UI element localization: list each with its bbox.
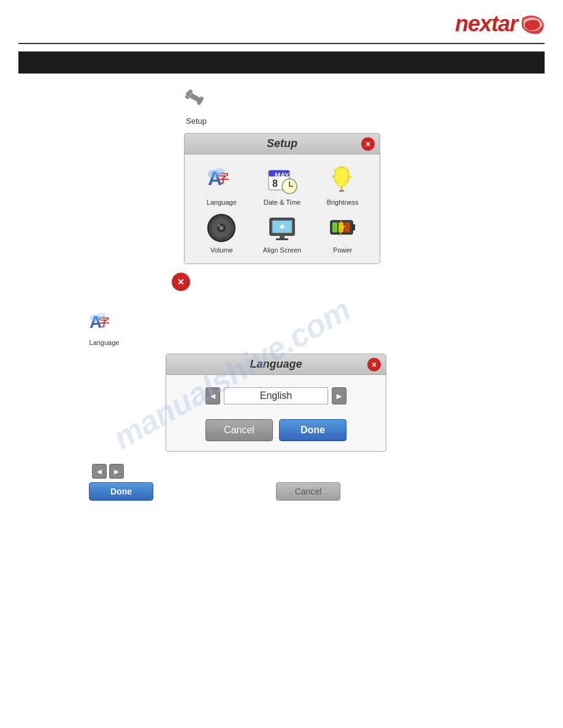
wrench-icon [177,81,215,119]
bottom-next-button[interactable]: ► [109,464,124,479]
language-standalone-icon: A 字 [88,309,120,336]
brightness-icon-label: Brightness [327,199,359,206]
current-language-text: English [260,390,292,401]
power-icon-label: Power [333,246,352,254]
bottom-prev-button[interactable]: ◄ [92,464,107,479]
header: nextar [0,0,563,43]
setup-icon-area[interactable]: Setup [172,86,221,126]
language-close-button[interactable]: × [367,358,381,371]
language-next-button[interactable]: ► [332,387,347,404]
svg-rect-18 [339,190,344,192]
svg-point-44 [98,313,106,319]
alignscreen-icon-label: Align Screen [263,246,301,254]
svg-rect-31 [280,236,285,238]
bottom-nav: ◄ ► [92,464,563,479]
volume-icon-label: Volume [210,246,233,254]
language-prev-button[interactable]: ◄ [205,387,220,404]
svg-line-22 [334,169,336,171]
language-icon-item[interactable]: A 字 Language [199,164,245,206]
alignscreen-icon [266,212,298,244]
language-dialog-titlebar: Language × [166,354,386,375]
setup-top-label: Setup [186,116,207,126]
language-dialog-actions: Cancel Done [166,411,386,451]
setup-dialog-title: Setup [267,137,297,150]
language-dialog: Language × ◄ English ► Cancel Done [166,354,386,452]
language-selector: ◄ English ► [166,375,386,411]
brightness-icon [327,164,359,196]
logo-text: nextar [455,11,518,37]
bottom-cancel-button[interactable]: Cancel [276,482,340,501]
svg-point-28 [218,224,220,227]
brightness-icon-item[interactable]: Brightness [320,164,366,206]
svg-point-27 [220,226,223,230]
nextar-logo: nextar [455,11,545,37]
language-cancel-button[interactable]: Cancel [205,419,273,441]
bottom-buttons: Done Cancel [89,482,563,501]
wrench-svg [177,81,212,115]
setup-close-button[interactable]: × [361,137,375,151]
language-icon-label: Language [207,199,237,206]
power-icon-item[interactable]: Power [320,212,366,254]
svg-text:8: 8 [272,178,278,189]
svg-line-20 [347,169,349,171]
svg-point-7 [215,168,225,175]
language-standalone-area[interactable]: A 字 Language [80,309,129,346]
power-icon [327,212,359,244]
language-done-button[interactable]: Done [279,419,347,441]
language-standalone-label: Language [90,339,120,346]
datetime-icon-item[interactable]: MAY 8 Date & Time [259,164,305,206]
alignscreen-icon-item[interactable]: Align Screen [259,212,305,254]
language-icon: A 字 [205,164,237,196]
language-display: English [224,387,328,404]
header-divider [18,43,545,44]
svg-rect-36 [353,224,355,230]
setup-dialog: Setup × A 字 Language MAY 8 [184,133,380,264]
dark-banner [18,51,545,74]
svg-rect-39 [345,222,350,232]
svg-rect-32 [276,238,288,240]
datetime-icon-label: Date & Time [264,199,301,206]
volume-icon [205,212,237,244]
bottom-done-button[interactable]: Done [89,482,153,501]
logo-swoosh-icon [520,13,545,35]
volume-icon-item[interactable]: Volume [199,212,245,254]
datetime-icon: MAY 8 [266,164,298,196]
setup-dialog-titlebar: Setup × [185,134,380,154]
language-dialog-title: Language [250,358,302,371]
svg-rect-37 [332,222,337,232]
standalone-close-button[interactable]: × [172,273,190,291]
setup-icons-grid: A 字 Language MAY 8 Date & Time [185,154,380,264]
